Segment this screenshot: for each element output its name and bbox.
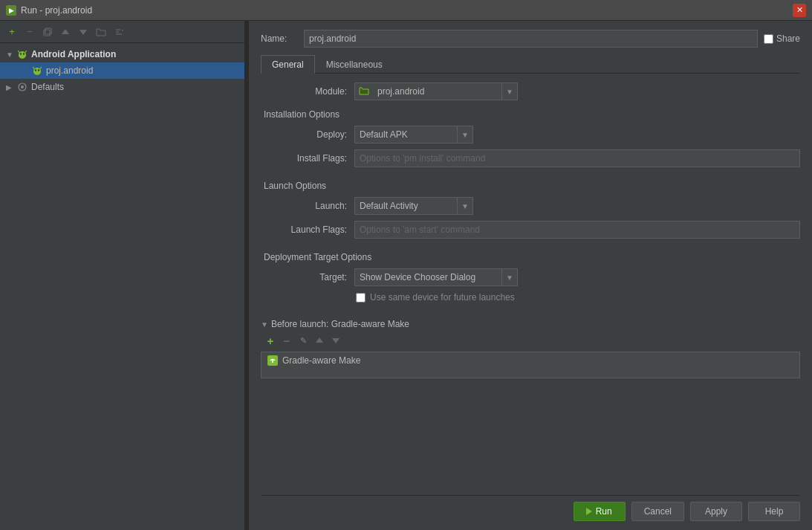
bl-edit-button[interactable]: ✎	[296, 334, 310, 347]
bottom-bar: Run Cancel Apply Help	[261, 495, 800, 524]
target-select-arrow[interactable]: ▼	[501, 269, 517, 285]
svg-rect-21	[40, 71, 42, 73]
close-button[interactable]: ✕	[793, 4, 806, 17]
tab-bar: General Miscellaneous	[261, 55, 800, 74]
module-label: Module:	[273, 86, 347, 97]
window-title: Run - proj.android	[21, 5, 92, 16]
right-panel: Name: Share General Miscellaneous Module…	[249, 21, 812, 530]
deploy-select-wrapper: Default APK Nothing APK from app bundle …	[354, 126, 473, 143]
tab-miscellaneous[interactable]: Miscellaneous	[315, 55, 394, 74]
svg-rect-10	[23, 53, 25, 55]
bl-remove-button[interactable]: −	[280, 334, 293, 347]
cancel-button[interactable]: Cancel	[631, 502, 684, 521]
apply-button[interactable]: Apply	[690, 502, 742, 521]
title-bar: ▶ Run - proj.android ✕	[0, 0, 812, 21]
svg-rect-20	[33, 71, 35, 73]
run-label: Run	[596, 506, 612, 517]
svg-rect-16	[35, 69, 36, 71]
bl-item-label: Gradle-aware Make	[282, 355, 360, 366]
svg-marker-7	[122, 30, 123, 31]
use-same-device-row: Use same device for future launches	[261, 292, 800, 303]
gradle-icon	[267, 355, 278, 366]
tree-arrow-android: ▼	[6, 51, 16, 59]
launch-select-arrow[interactable]: ▼	[457, 198, 472, 214]
app-icon: ▶	[6, 5, 16, 16]
svg-point-23	[21, 85, 24, 88]
target-select[interactable]: Show Device Chooser Dialog Emulator USB …	[355, 271, 501, 284]
tree-item-android-app[interactable]: ▼ Android Application	[0, 46, 244, 62]
tab-general[interactable]: General	[261, 55, 315, 74]
install-flags-input[interactable]	[354, 149, 800, 167]
deploy-select-arrow[interactable]: ▼	[457, 126, 472, 143]
proj-android-label: proj.android	[46, 65, 93, 76]
before-launch-header: ▼ Before launch: Gradle-aware Make	[261, 319, 800, 329]
svg-rect-17	[38, 69, 39, 71]
config-tree: ▼ Android Application	[0, 43, 244, 530]
tree-arrow-defaults: ▶	[6, 83, 16, 91]
svg-line-11	[19, 51, 20, 53]
move-down-button[interactable]	[76, 25, 91, 39]
run-button[interactable]: Run	[574, 502, 626, 521]
use-same-device-label: Use same device for future launches	[370, 292, 515, 303]
svg-marker-25	[332, 338, 340, 343]
deploy-label: Deploy:	[273, 129, 347, 140]
help-button[interactable]: Help	[748, 502, 800, 521]
svg-rect-9	[20, 53, 22, 55]
svg-rect-14	[25, 54, 27, 56]
name-input[interactable]	[304, 30, 758, 48]
svg-marker-3	[79, 30, 87, 35]
launch-row: Launch: Default Activity Nothing Specifi…	[261, 197, 800, 215]
deploy-select[interactable]: Default APK Nothing APK from app bundle	[355, 128, 457, 141]
left-panel: + −	[0, 21, 245, 530]
android-app-label: Android Application	[31, 49, 116, 59]
tab-content: Module: proj.android ▼ Installation Opti…	[261, 83, 800, 489]
target-select-wrapper: Show Device Chooser Dialog Emulator USB …	[354, 268, 518, 286]
name-label: Name:	[261, 33, 298, 44]
tree-item-proj-android[interactable]: proj.android	[0, 62, 244, 79]
install-flags-row: Install Flags:	[261, 149, 800, 167]
svg-rect-1	[45, 28, 51, 34]
defaults-label: Defaults	[31, 82, 64, 92]
deployment-target-title: Deployment Target Options	[261, 252, 800, 262]
share-checkbox[interactable]	[764, 34, 773, 44]
before-launch-collapse-arrow[interactable]: ▼	[261, 320, 268, 329]
launch-select[interactable]: Default Activity Nothing Specified Activ…	[355, 199, 457, 213]
target-row: Target: Show Device Chooser Dialog Emula…	[261, 268, 800, 286]
module-select-wrapper: proj.android ▼	[354, 83, 518, 100]
launch-label: Launch:	[273, 201, 347, 211]
svg-rect-13	[19, 54, 20, 56]
remove-config-button[interactable]: −	[22, 25, 37, 39]
launch-flags-input[interactable]	[354, 221, 800, 239]
module-select[interactable]: proj.android	[373, 85, 501, 98]
share-area: Share	[764, 33, 800, 44]
module-row: Module: proj.android ▼	[261, 83, 800, 100]
tree-item-defaults[interactable]: ▶ Defaults	[0, 79, 244, 95]
before-launch-list: Gradle-aware Make	[261, 352, 800, 378]
svg-line-18	[33, 67, 35, 69]
svg-line-12	[25, 51, 27, 53]
target-label: Target:	[273, 272, 347, 282]
main-layout: + −	[0, 21, 812, 530]
svg-rect-0	[44, 30, 50, 36]
bl-up-button[interactable]	[313, 334, 326, 347]
svg-marker-2	[62, 29, 69, 34]
bl-down-button[interactable]	[329, 334, 342, 347]
svg-marker-24	[316, 337, 323, 343]
module-select-arrow[interactable]: ▼	[501, 83, 517, 100]
proj-android-icon	[31, 65, 43, 77]
add-config-button[interactable]: +	[4, 25, 19, 39]
copy-config-button[interactable]	[40, 25, 55, 39]
sort-button[interactable]	[111, 25, 126, 39]
bl-item-gradle[interactable]: Gradle-aware Make	[262, 352, 799, 369]
run-icon	[586, 508, 592, 515]
defaults-icon	[16, 81, 28, 93]
bl-add-button[interactable]: +	[264, 334, 277, 347]
installation-options-title: Installation Options	[261, 109, 800, 120]
android-icon	[16, 48, 28, 60]
deploy-row: Deploy: Default APK Nothing APK from app…	[261, 126, 800, 143]
folder-button[interactable]	[94, 25, 108, 39]
launch-flags-label: Launch Flags:	[273, 224, 347, 235]
launch-flags-row: Launch Flags:	[261, 221, 800, 239]
move-up-button[interactable]	[58, 25, 73, 39]
use-same-device-checkbox[interactable]	[356, 293, 366, 303]
